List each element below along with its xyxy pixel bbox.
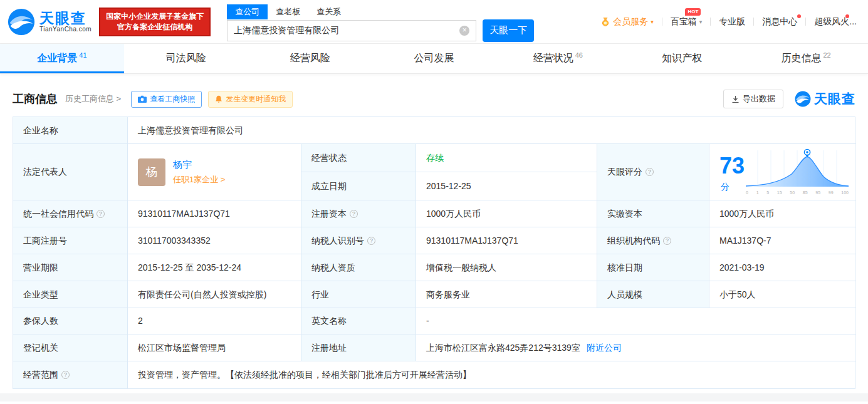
tab-label: 公司发展 <box>414 52 454 65</box>
caret-down-icon: ▾ <box>651 19 654 25</box>
nearby-companies-link[interactable]: 附近公司 <box>587 342 622 354</box>
value-registration-number: 310117003343352 <box>128 227 301 254</box>
rep-companies-link[interactable]: 任职1家企业 > <box>173 174 225 185</box>
tab-operation-risk[interactable]: 经营风险 <box>248 44 372 73</box>
label-industry: 行业 <box>301 281 416 308</box>
label-company-type: 企业类型 <box>13 281 128 308</box>
export-button-label: 导出数据 <box>743 93 775 105</box>
value-business-term: 2015-12-25 至 2035-12-24 <box>128 254 301 281</box>
search-box: × <box>227 20 476 41</box>
score-unit: 分 <box>721 182 729 192</box>
value-english-name: - <box>416 308 856 334</box>
tianyancha-logo[interactable]: 天眼查 TianYanCha.com <box>8 8 92 36</box>
caret-down-icon: ▾ <box>699 19 703 25</box>
label-business-scope: 经营范围? <box>13 361 128 388</box>
tab-label: 经营风险 <box>290 52 330 65</box>
menu-pro-version[interactable]: 专业版 <box>719 16 745 28</box>
search-tab-relation[interactable]: 查关系 <box>308 4 349 19</box>
search-tab-company[interactable]: 查公司 <box>227 4 268 19</box>
notify-button-label: 发生变更时通知我 <box>226 94 286 105</box>
tab-count: 46 <box>575 51 583 59</box>
tab-intellectual-property[interactable]: 知识产权 <box>620 44 744 73</box>
menu-message-center[interactable]: 消息中心 <box>762 16 797 28</box>
hot-badge: HOT <box>685 8 701 16</box>
label-english-name: 英文名称 <box>301 308 416 334</box>
tianyancha-company-page: 天眼查 TianYanCha.com 国家中小企业发展子基金旗下 官方备案企业征… <box>0 0 868 401</box>
tab-label: 司法风险 <box>166 52 206 65</box>
value-tianyan-score: 73分 <box>709 144 856 200</box>
value-taxpayer-quality: 增值税一般纳税人 <box>416 254 597 281</box>
menu-super-risk-label: 超级风火... <box>814 16 857 28</box>
snapshot-button-label: 查看工商快照 <box>150 94 195 105</box>
tab-label: 历史信息 <box>781 52 821 65</box>
notify-on-change-button[interactable]: 发生变更时通知我 <box>208 91 293 108</box>
menu-super-risk[interactable]: 超级风火... <box>814 16 857 28</box>
label-credit-code: 统一社会信用代码? <box>13 200 128 227</box>
menu-divider <box>662 18 662 26</box>
label-paid-in-capital: 实缴资本 <box>597 200 709 227</box>
search-input[interactable] <box>234 26 459 36</box>
menu-vip-services[interactable]: 会员服务 ▾ <box>600 16 654 28</box>
search-button[interactable]: 天眼一下 <box>483 19 534 42</box>
label-taxpayer-quality: 纳税人资质 <box>301 254 416 281</box>
info-icon[interactable]: ? <box>350 210 358 218</box>
menu-divider <box>753 18 754 26</box>
info-icon[interactable]: ? <box>97 210 105 218</box>
tab-company-background[interactable]: 企业背景41 <box>0 44 124 73</box>
score-number: 73 <box>719 153 745 179</box>
history-business-info-link[interactable]: 历史工商信息 > <box>65 93 121 105</box>
snapshot-button[interactable]: 查看工商快照 <box>131 91 202 108</box>
score-axis: 0151550859599100 <box>745 189 850 195</box>
tab-history-info[interactable]: 历史信息22 <box>744 44 868 73</box>
value-taxpayer-id: 91310117MA1J137Q71 <box>416 227 597 254</box>
tab-operation-status[interactable]: 经营状况46 <box>496 44 620 73</box>
info-icon[interactable]: ? <box>61 371 70 379</box>
tab-judicial-risk[interactable]: 司法风险 <box>124 44 248 73</box>
legal-rep-avatar[interactable]: 杨 <box>138 158 165 186</box>
legal-rep-name-link[interactable]: 杨宇 <box>173 158 225 171</box>
score-value: 73分 <box>719 151 745 193</box>
label-registration-number: 工商注册号 <box>13 227 128 254</box>
tab-company-development[interactable]: 公司发展 <box>372 44 496 73</box>
label-approval-date: 核准日期 <box>597 254 709 281</box>
clear-icon[interactable]: × <box>459 26 469 36</box>
certification-badge: 国家中小企业发展子基金旗下 官方备案企业征信机构 <box>99 8 211 36</box>
menu-pro-label: 专业版 <box>719 16 745 28</box>
medal-icon <box>600 17 610 27</box>
bell-icon <box>215 95 222 103</box>
label-registration-authority: 登记机关 <box>13 334 128 361</box>
info-icon[interactable]: ? <box>663 237 671 245</box>
label-legal-representative: 法定代表人 <box>13 144 128 200</box>
value-staff-size: 小于50人 <box>709 281 856 308</box>
value-credit-code: 91310117MA1J137Q71 <box>128 200 301 227</box>
top-menu: 会员服务 ▾ HOT 百宝箱 ▾ 专业版 消息中心 超级风火... <box>600 16 857 28</box>
label-taxpayer-id: 纳税人识别号? <box>301 227 416 254</box>
value-industry: 商务服务业 <box>416 281 597 308</box>
company-section-tabs: 企业背景41 司法风险 经营风险 公司发展 经营状况46 知识产权 历史信息22 <box>0 44 868 74</box>
value-legal-representative: 杨 杨宇 任职1家企业 > <box>128 144 301 200</box>
label-registered-capital: 注册资本? <box>301 200 416 227</box>
score-distribution-chart: 0151550859599100 <box>745 148 850 195</box>
tianyancha-logo-icon <box>795 91 811 107</box>
logo-text-cn: 天眼查 <box>39 11 92 26</box>
page-bottom-strip <box>0 393 868 401</box>
search-tab-boss[interactable]: 查老板 <box>268 4 308 19</box>
export-data-button[interactable]: 导出数据 <box>723 90 783 108</box>
tianyancha-watermark: 天眼查 <box>795 90 855 108</box>
info-icon[interactable]: ? <box>646 168 654 176</box>
tab-label: 知识产权 <box>662 52 702 65</box>
menu-toolbox[interactable]: HOT 百宝箱 ▾ <box>671 16 703 28</box>
value-company-type: 有限责任公司(自然人投资或控股) <box>128 281 301 308</box>
label-staff-size: 人员规模 <box>597 281 709 308</box>
status-badge: 存续 <box>426 152 444 164</box>
label-registered-address: 注册地址 <box>301 334 416 361</box>
label-insured-count: 参保人数 <box>13 308 128 334</box>
tianyancha-logo-icon <box>8 8 35 36</box>
menu-message-label: 消息中心 <box>762 16 797 28</box>
info-icon[interactable]: ? <box>367 237 375 245</box>
value-registered-address: 上海市松江区富永路425弄212号3139室 附近公司 <box>416 334 856 361</box>
label-business-term: 营业期限 <box>13 254 128 281</box>
watermark-text: 天眼查 <box>814 90 855 108</box>
camera-icon <box>138 95 147 103</box>
download-icon <box>731 95 740 103</box>
